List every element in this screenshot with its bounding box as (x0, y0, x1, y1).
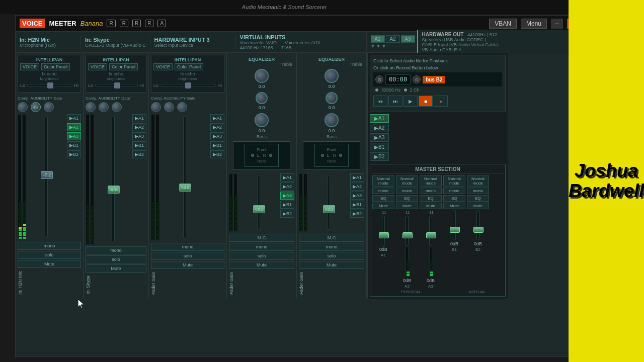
hw1-color-btn[interactable]: Color Panel (41, 63, 70, 70)
bus-b2-btn[interactable]: bus B2 (423, 76, 445, 83)
virtual1-treble-knob[interactable] (255, 69, 269, 83)
master-a3-mute-btn[interactable]: Mute (420, 203, 442, 209)
a3-select-btn[interactable]: A3 (401, 35, 415, 43)
hw2-mute-btn[interactable]: Mute (86, 264, 146, 273)
master-b2-btn[interactable]: ▶B2 (370, 152, 389, 161)
master-b1-mono-btn[interactable]: mono (443, 188, 465, 194)
master-a1-eq-btn[interactable]: EQ (372, 195, 394, 202)
hw3-voice-btn[interactable]: VOICE (153, 63, 173, 70)
hw3-a3-btn[interactable]: ▶A3 (210, 132, 224, 140)
playback-gear-icon[interactable]: ⚙ (375, 75, 383, 83)
hw3-mono-btn[interactable]: mono (151, 243, 224, 251)
virt1-mono2-btn[interactable]: mono (229, 243, 294, 251)
virt2-b2-btn[interactable]: ▶B2 (350, 210, 364, 218)
master-b2-mute-btn[interactable]: Mute (467, 203, 489, 209)
hw2-b2-btn[interactable]: ▶B2 (132, 150, 146, 158)
hw2-solo-btn[interactable]: solo (86, 255, 146, 263)
menu-button[interactable]: Menu (521, 19, 547, 29)
master-b2-mono-btn[interactable]: mono (467, 188, 489, 194)
master-a3-mono-btn[interactable]: mono (420, 188, 442, 194)
play-btn[interactable]: ▶ (404, 96, 418, 107)
hw1-mono-btn[interactable]: mono (18, 242, 81, 250)
hw2-fader[interactable]: 0dB (96, 114, 130, 244)
master-b2-eq-btn[interactable]: EQ (467, 195, 489, 202)
virtual1-bass-knob[interactable] (255, 113, 269, 127)
hw1-mute-btn[interactable]: Mute (18, 260, 81, 268)
hw3-color-btn[interactable]: Color Panel (175, 63, 203, 70)
virt2-a1-btn[interactable]: ▶A1 (350, 173, 364, 182)
hw3-mute-btn[interactable]: Mute (151, 261, 224, 269)
hw1-gate-knob[interactable] (44, 102, 54, 112)
master-a3-eq-btn[interactable]: EQ (420, 195, 442, 202)
hw1-a1-btn[interactable]: ▶A1 (67, 114, 81, 122)
master-a1-btn[interactable]: ▶A1 (370, 114, 389, 123)
hw3-gate-knob[interactable] (177, 102, 187, 112)
virt1-a1-btn[interactable]: ▶A1 (280, 173, 294, 182)
master-a2-fader-track[interactable] (406, 216, 409, 246)
virtual1-mid-knob[interactable] (256, 92, 268, 104)
hw2-a3-btn[interactable]: ▶A3 (132, 132, 146, 140)
hw1-a2-btn[interactable]: ▶A2 (67, 123, 81, 131)
master-b1-fader-track[interactable] (453, 210, 456, 240)
a2-select-btn[interactable]: A2 (386, 35, 400, 43)
hw1-voice-btn[interactable]: VOICE (20, 63, 39, 70)
virt2-a2-btn[interactable]: ▶A2 (350, 183, 364, 191)
master-a1-mode-btn[interactable]: Normalmode (372, 175, 394, 187)
virt2-b1-btn[interactable]: ▶B1 (350, 201, 364, 209)
hw1-comp-knob[interactable] (18, 102, 28, 112)
virtual2-bass-knob[interactable] (325, 113, 339, 127)
master-a1-mono-btn[interactable]: mono (372, 188, 394, 194)
hw1-solo-btn[interactable]: solo (18, 251, 81, 259)
hw1-b2-btn[interactable]: ▶B2 (67, 150, 81, 158)
virt1-solo-btn[interactable]: solo (229, 252, 294, 260)
virt1-mono-btn[interactable]: M.C (229, 234, 294, 242)
playback-gear2-icon[interactable]: ⚙ (413, 75, 421, 83)
minimize-button[interactable]: ─ (551, 19, 563, 29)
hw2-a2-btn[interactable]: ▶A2 (132, 123, 146, 131)
hw2-aud-knob[interactable] (99, 102, 109, 112)
hw2-a1-btn[interactable]: ▶A1 (132, 114, 146, 122)
master-a3-fader-track[interactable] (429, 216, 432, 246)
hw2-mono-btn[interactable]: mono (86, 246, 146, 254)
master-a2-btn[interactable]: ▶A2 (370, 124, 389, 132)
virt1-a3-btn[interactable]: ▶A3 (280, 192, 294, 200)
hw1-a3-btn[interactable]: ▶A3 (67, 132, 81, 140)
virt1-a2-btn[interactable]: ▶A2 (280, 183, 294, 191)
virt2-mc-btn[interactable]: M.C (299, 234, 364, 242)
hw2-pan-track[interactable] (95, 84, 137, 87)
hw3-comp-knob[interactable] (151, 102, 161, 112)
master-a3-mode-btn[interactable]: Normalmode (420, 175, 442, 187)
master-b1-btn[interactable]: ▶B1 (370, 143, 389, 151)
hw2-gate-knob[interactable] (112, 102, 122, 112)
ffwd-btn[interactable]: ⏭ (388, 96, 403, 107)
virt1-b2-btn[interactable]: ▶B2 (280, 210, 294, 218)
vban-button[interactable]: VBAN (489, 19, 517, 29)
virt1-mute-btn[interactable]: Mute (229, 261, 294, 269)
virtual1-fader[interactable]: 0dB (239, 173, 278, 232)
hw2-voice-btn[interactable]: VOICE (88, 63, 107, 70)
virt1-b1-btn[interactable]: ▶B1 (280, 201, 294, 209)
master-a2-mode-btn[interactable]: Normalmode (396, 175, 418, 187)
hw1-b1-btn[interactable]: ▶B1 (67, 141, 81, 149)
master-b1-eq-btn[interactable]: EQ (443, 195, 465, 202)
hw1-pan-track[interactable] (27, 84, 72, 87)
virt2-solo-btn[interactable]: solo (299, 252, 364, 260)
virtual2-fader[interactable]: 0dB (309, 173, 348, 232)
master-b1-mute-btn[interactable]: Mute (443, 203, 465, 209)
hw3-fader[interactable]: 0dB (162, 114, 208, 241)
record-btn[interactable]: ● (434, 96, 448, 107)
master-b2-fader-track[interactable] (476, 210, 479, 240)
master-a2-mono-btn[interactable]: mono (396, 188, 418, 194)
hw3-solo-btn[interactable]: solo (151, 252, 224, 260)
hw3-aud-knob[interactable] (164, 102, 174, 112)
hw1-fader[interactable]: -7.2 (28, 114, 65, 240)
hw3-b1-btn[interactable]: ▶B1 (210, 141, 224, 149)
hw2-b1-btn[interactable]: ▶B1 (132, 141, 146, 149)
hw3-b2-btn[interactable]: ▶B2 (210, 150, 224, 158)
stop-btn[interactable]: ■ (419, 96, 433, 107)
master-b2-mode-btn[interactable]: Normalmode (467, 175, 489, 187)
virt2-mute-btn[interactable]: Mute (299, 261, 364, 269)
hw2-color-btn[interactable]: Color Panel (109, 63, 138, 70)
master-a2-eq-btn[interactable]: EQ (396, 195, 418, 202)
virtual2-mid-knob[interactable] (326, 92, 338, 104)
